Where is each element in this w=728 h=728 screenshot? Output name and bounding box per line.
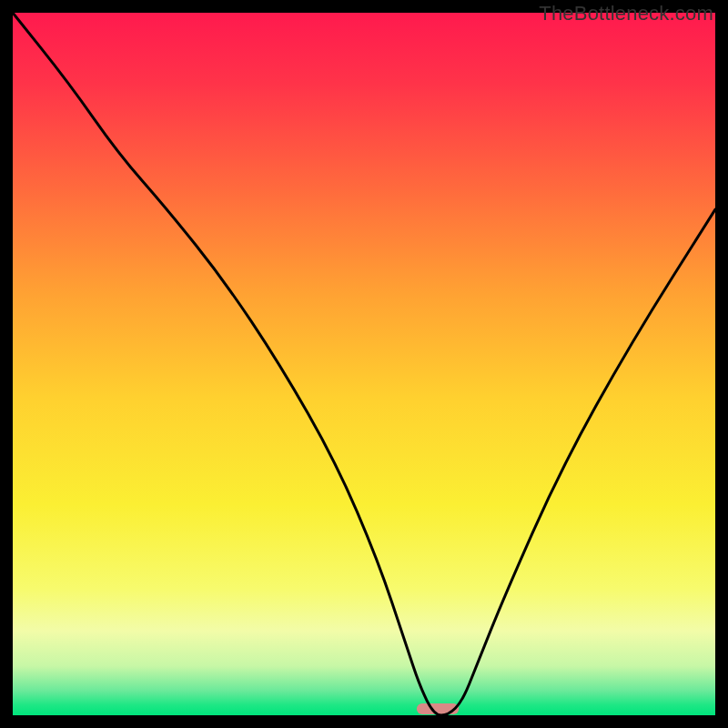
gradient-area (13, 13, 715, 715)
optimal-marker (417, 703, 459, 714)
watermark-text: TheBottleneck.com (539, 2, 713, 25)
bottleneck-chart (13, 13, 715, 715)
